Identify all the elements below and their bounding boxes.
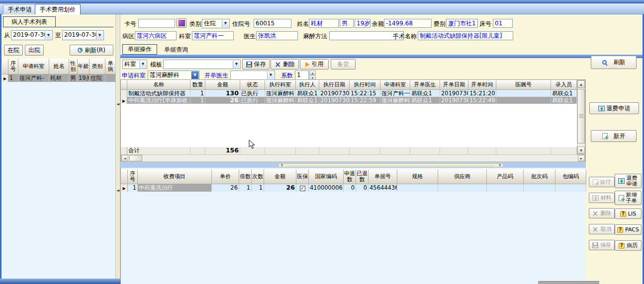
column-header[interactable]: 批次码 bbox=[524, 169, 555, 184]
column-header[interactable]: 执行时间 bbox=[350, 80, 380, 90]
tab-doc-operate-active[interactable]: 单据操作 bbox=[122, 44, 157, 55]
column-header[interactable]: 姓名 bbox=[49, 59, 69, 74]
column-header[interactable]: 医保 bbox=[296, 169, 309, 184]
discharge-button[interactable]: 出院 bbox=[25, 45, 44, 56]
column-header[interactable]: 产品码 bbox=[487, 169, 524, 184]
column-header[interactable]: 金额 bbox=[205, 80, 240, 90]
collapse-left-icon[interactable]: ◄ bbox=[116, 102, 119, 106]
refresh-orders-button[interactable]: 刷新 bbox=[591, 56, 637, 69]
column-header[interactable]: 开单日期 bbox=[440, 80, 468, 90]
save-charge-button[interactable]: 保存 bbox=[589, 240, 615, 250]
column-header[interactable] bbox=[2, 59, 8, 74]
column-header[interactable]: 单价 bbox=[212, 169, 239, 184]
patient-refresh-button[interactable]: 刷新(R) bbox=[70, 45, 113, 56]
column-header[interactable]: 申退数 bbox=[344, 169, 356, 184]
template-dept-combo[interactable]: 科室▼ bbox=[122, 60, 147, 69]
column-header[interactable]: 类别 bbox=[90, 59, 105, 74]
column-header[interactable]: 申请科室 bbox=[380, 80, 410, 90]
column-header[interactable]: 执行日期 bbox=[319, 80, 350, 90]
column-header[interactable] bbox=[121, 169, 128, 184]
card-number-input[interactable] bbox=[138, 19, 175, 28]
checkbox-checked-icon[interactable]: ✓ bbox=[300, 186, 305, 191]
add-sub-order-button[interactable]: 新增子单 bbox=[615, 191, 642, 205]
pacs-button[interactable]: ?PACS bbox=[615, 224, 642, 235]
order-doctor-combo[interactable]: ▼ bbox=[230, 71, 275, 80]
order-row[interactable]: 制戴活动式缺隙保持器1130已执行莲河麻醉科易联众12019073015:22:… bbox=[121, 90, 577, 97]
refund-apply-charge-button[interactable]: 退费申请 bbox=[615, 174, 642, 188]
chevron-down-icon[interactable]: ▼ bbox=[233, 61, 240, 68]
column-header[interactable]: 规格 bbox=[397, 169, 438, 184]
column-header[interactable]: 国家编码 bbox=[309, 169, 344, 184]
req-dept-combo[interactable]: 莲河麻醉科▼ bbox=[148, 71, 199, 80]
refund-apply-button[interactable]: 退费申请 bbox=[589, 102, 639, 114]
column-header[interactable]: 收费项目 bbox=[138, 169, 212, 184]
factor-spinner[interactable]: 1 bbox=[295, 71, 309, 80]
column-header[interactable]: 申请科室 bbox=[18, 59, 49, 74]
column-header[interactable]: 录入员 bbox=[551, 80, 577, 90]
tab-surgery-fee-active[interactable]: 手术费用划价 bbox=[35, 4, 81, 14]
chevron-down-icon[interactable]: ▼ bbox=[45, 31, 52, 39]
collapse-up-icon[interactable]: ∧ bbox=[280, 163, 283, 167]
column-header[interactable]: 已退数 bbox=[356, 169, 368, 184]
cancel-button[interactable]: ×取消 bbox=[589, 224, 615, 234]
template-combo[interactable]: ▼ bbox=[163, 60, 241, 69]
scroll-right-icon[interactable]: ► bbox=[578, 155, 585, 161]
tab-doc-query[interactable]: 单据查询 bbox=[160, 45, 192, 55]
chevron-down-icon[interactable]: ▼ bbox=[191, 71, 198, 79]
column-header[interactable]: 性别 bbox=[69, 59, 78, 74]
chevron-down-icon[interactable]: ▼ bbox=[222, 20, 229, 27]
card-reader-button[interactable] bbox=[177, 18, 186, 28]
column-header[interactable]: 数量 bbox=[190, 80, 205, 90]
column-header[interactable]: 状态 bbox=[240, 80, 265, 90]
column-header[interactable]: 名称 bbox=[127, 80, 190, 90]
collapse-left-icon[interactable]: ◄ bbox=[116, 189, 119, 193]
chevron-down-icon[interactable]: ▼ bbox=[96, 31, 103, 39]
lis-button[interactable]: ?LIS bbox=[615, 209, 642, 219]
column-header[interactable]: 包编码 bbox=[555, 169, 586, 184]
material-button[interactable]: 材料 bbox=[589, 193, 615, 203]
column-header[interactable]: 开单医生 bbox=[410, 80, 440, 90]
column-header[interactable]: 序号 bbox=[128, 169, 138, 184]
column-header[interactable]: 医嘱号 bbox=[496, 80, 551, 90]
in-hospital-button[interactable]: 在院 bbox=[4, 45, 23, 56]
order-row[interactable]: ▶中药熏洗治疗[半身加收126已执行莲河麻醉科易联众12019073015:22… bbox=[121, 97, 577, 104]
admission-no-field[interactable]: 60015 bbox=[254, 19, 291, 28]
medical-record-button[interactable]: ?病历 bbox=[615, 240, 642, 251]
vertical-splitter[interactable] bbox=[115, 14, 120, 279]
patient-row[interactable]: ▶1莲河产科-耗材男19岁住院 bbox=[2, 74, 115, 82]
delete-charge-button[interactable]: ×删除 bbox=[589, 208, 615, 218]
from-date-picker[interactable]: 2019-07-30▼ bbox=[11, 30, 53, 40]
to-date-picker[interactable]: 2019-07-30▼ bbox=[62, 30, 104, 40]
type-combo[interactable]: 住院▼ bbox=[202, 19, 230, 28]
chevron-down-icon[interactable]: ▼ bbox=[267, 71, 274, 79]
chevron-down-icon[interactable]: ▼ bbox=[139, 61, 146, 68]
spin-up-icon[interactable]: ▲ bbox=[309, 71, 316, 75]
hscroll-thumb[interactable] bbox=[129, 155, 142, 161]
scroll-left-icon[interactable]: ◄ bbox=[121, 155, 128, 161]
splitter-handle[interactable]: ∧ ∧ bbox=[278, 163, 503, 167]
tab-surgery-request[interactable]: 手术申请 bbox=[3, 4, 37, 14]
template-save-button[interactable]: 保存 bbox=[242, 59, 270, 70]
new-order-button[interactable]: 新开 bbox=[591, 130, 637, 142]
column-header[interactable]: 执行科室 bbox=[265, 80, 296, 90]
treatment-button[interactable]: 诊疗 bbox=[589, 177, 615, 187]
column-header[interactable]: 单据号 bbox=[368, 169, 397, 184]
column-header[interactable]: 开单时间 bbox=[468, 80, 496, 90]
order-grid-vscrollbar[interactable]: ▲ ▼ bbox=[577, 80, 585, 154]
vscroll-thumb[interactable] bbox=[577, 89, 585, 143]
column-header[interactable]: 次数 bbox=[252, 169, 264, 184]
column-header[interactable]: 单病 bbox=[105, 59, 116, 74]
template-cite-button[interactable]: 引用 bbox=[300, 59, 329, 70]
column-header[interactable]: 序号 bbox=[8, 59, 18, 74]
charge-row[interactable]: ▶1中药熏洗治疗261126✓4100000060045644436 bbox=[121, 184, 586, 192]
column-header[interactable]: 年龄 bbox=[78, 59, 90, 74]
scroll-down-icon[interactable]: ▼ bbox=[577, 146, 585, 154]
column-header[interactable]: 倍数 bbox=[239, 169, 252, 184]
scroll-up-icon[interactable]: ▲ bbox=[577, 80, 585, 88]
patient-list-tab[interactable]: 病人手术列表 bbox=[3, 16, 56, 27]
column-header[interactable]: 供应商 bbox=[438, 169, 487, 184]
column-header[interactable] bbox=[121, 80, 127, 90]
column-header[interactable]: 执行人 bbox=[296, 80, 319, 90]
template-delete-button[interactable]: ×删除 bbox=[271, 59, 299, 70]
column-header[interactable]: 金额 bbox=[264, 169, 296, 184]
